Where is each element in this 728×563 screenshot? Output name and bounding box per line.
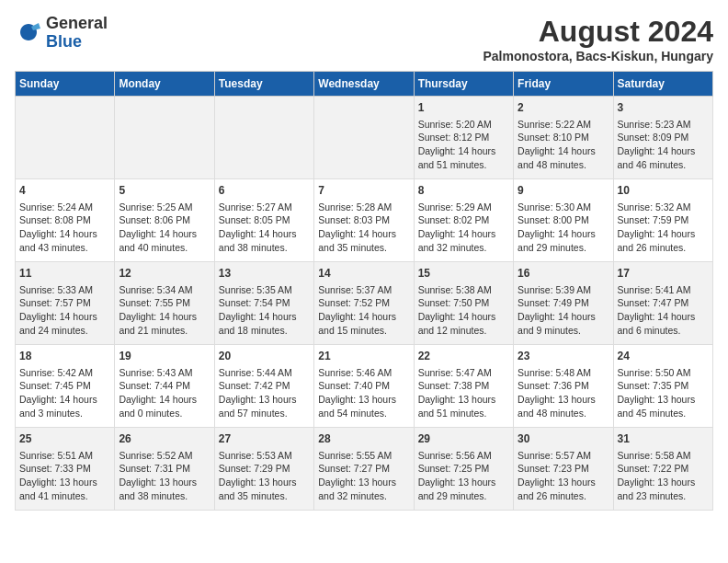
day-info: Sunrise: 5:30 AM: [518, 201, 609, 214]
day-info: and 24 minutes.: [19, 324, 110, 338]
day-info: Sunrise: 5:35 AM: [219, 283, 310, 297]
day-info: Sunset: 7:27 PM: [318, 462, 409, 476]
cell-content: 6Sunrise: 5:27 AMSunset: 8:05 PMDaylight…: [219, 183, 310, 255]
day-info: Sunset: 7:35 PM: [618, 379, 709, 393]
day-info: Sunrise: 5:28 AM: [318, 201, 409, 214]
day-info: Sunset: 7:54 PM: [219, 296, 310, 310]
cell-content: 3Sunrise: 5:23 AMSunset: 8:09 PMDaylight…: [618, 100, 709, 172]
day-info: Daylight: 14 hours: [219, 227, 310, 241]
logo: General Blue: [15, 15, 108, 52]
day-info: Sunrise: 5:56 AM: [418, 449, 509, 463]
calendar-cell: 14Sunrise: 5:37 AMSunset: 7:52 PMDayligh…: [314, 262, 414, 345]
day-info: Sunset: 8:03 PM: [318, 213, 409, 227]
day-info: and 48 minutes.: [518, 158, 609, 172]
header-day: Thursday: [414, 72, 513, 97]
day-info: Sunrise: 5:43 AM: [119, 366, 210, 380]
day-info: and 18 minutes.: [219, 324, 310, 338]
subtitle: Palmonostora, Bacs-Kiskun, Hungary: [483, 49, 713, 63]
day-info: and 32 minutes.: [418, 241, 509, 255]
calendar-cell: 13Sunrise: 5:35 AMSunset: 7:54 PMDayligh…: [214, 262, 313, 345]
cell-content: 31Sunrise: 5:58 AMSunset: 7:22 PMDayligh…: [618, 431, 709, 503]
day-info: Sunset: 7:23 PM: [518, 462, 609, 476]
day-info: Sunrise: 5:24 AM: [19, 201, 110, 214]
cell-content: 2Sunrise: 5:22 AMSunset: 8:10 PMDaylight…: [518, 100, 609, 172]
day-info: Sunset: 7:52 PM: [318, 296, 409, 310]
calendar-week-row: 1Sunrise: 5:20 AMSunset: 8:12 PMDaylight…: [16, 97, 713, 179]
day-number: 24: [618, 349, 709, 364]
cell-content: 22Sunrise: 5:47 AMSunset: 7:38 PMDayligh…: [418, 349, 509, 420]
day-info: Daylight: 14 hours: [119, 227, 210, 241]
day-info: Sunrise: 5:38 AM: [418, 283, 509, 297]
cell-content: 29Sunrise: 5:56 AMSunset: 7:25 PMDayligh…: [418, 431, 509, 503]
day-info: and 43 minutes.: [19, 241, 110, 255]
logo-icon: [15, 19, 42, 47]
day-info: Sunrise: 5:22 AM: [518, 118, 609, 132]
day-info: Sunset: 8:10 PM: [518, 131, 609, 144]
day-info: Daylight: 14 hours: [418, 227, 509, 241]
calendar-cell: 29Sunrise: 5:56 AMSunset: 7:25 PMDayligh…: [414, 428, 513, 511]
day-info: and 40 minutes.: [119, 241, 210, 255]
day-info: Daylight: 14 hours: [318, 310, 409, 324]
calendar-cell: 26Sunrise: 5:52 AMSunset: 7:31 PMDayligh…: [115, 428, 214, 511]
calendar-week-row: 11Sunrise: 5:33 AMSunset: 7:57 PMDayligh…: [16, 262, 713, 345]
calendar-cell: 24Sunrise: 5:50 AMSunset: 7:35 PMDayligh…: [613, 345, 712, 428]
day-info: and 21 minutes.: [119, 324, 210, 338]
header-day: Friday: [514, 72, 613, 97]
day-info: Daylight: 13 hours: [219, 393, 310, 407]
calendar-week-row: 25Sunrise: 5:51 AMSunset: 7:33 PMDayligh…: [16, 428, 713, 511]
day-info: Sunset: 7:29 PM: [219, 462, 310, 476]
header-day: Monday: [115, 72, 214, 97]
day-info: Sunrise: 5:46 AM: [318, 366, 409, 380]
main-title: August 2024: [483, 15, 713, 49]
day-info: Sunrise: 5:58 AM: [618, 449, 709, 463]
day-info: Sunrise: 5:25 AM: [119, 201, 210, 214]
cell-content: 9Sunrise: 5:30 AMSunset: 8:00 PMDaylight…: [518, 183, 609, 255]
cell-content: 13Sunrise: 5:35 AMSunset: 7:54 PMDayligh…: [219, 266, 310, 338]
cell-content: 26Sunrise: 5:52 AMSunset: 7:31 PMDayligh…: [119, 431, 210, 503]
calendar-cell: 20Sunrise: 5:44 AMSunset: 7:42 PMDayligh…: [214, 345, 313, 428]
day-number: 14: [318, 266, 409, 282]
day-info: Sunset: 7:22 PM: [618, 462, 709, 476]
day-info: Sunset: 7:59 PM: [618, 213, 709, 227]
day-info: Sunset: 7:49 PM: [518, 296, 609, 310]
page-header: General Blue August 2024 Palmonostora, B…: [15, 15, 713, 63]
day-number: 18: [19, 349, 110, 364]
day-info: and 38 minutes.: [119, 489, 210, 503]
day-info: Daylight: 13 hours: [19, 476, 110, 489]
day-info: Daylight: 14 hours: [19, 310, 110, 324]
day-number: 6: [219, 183, 310, 199]
calendar-cell: 28Sunrise: 5:55 AMSunset: 7:27 PMDayligh…: [314, 428, 414, 511]
calendar-cell: 2Sunrise: 5:22 AMSunset: 8:10 PMDaylight…: [514, 97, 613, 179]
day-number: 25: [19, 431, 110, 447]
day-info: Sunset: 7:57 PM: [19, 296, 110, 310]
cell-content: 15Sunrise: 5:38 AMSunset: 7:50 PMDayligh…: [418, 266, 509, 338]
day-info: Sunrise: 5:53 AM: [219, 449, 310, 463]
calendar-cell: [314, 97, 414, 179]
day-number: 4: [19, 183, 110, 199]
day-info: Sunrise: 5:29 AM: [418, 201, 509, 214]
day-info: Daylight: 13 hours: [518, 393, 609, 407]
cell-content: 14Sunrise: 5:37 AMSunset: 7:52 PMDayligh…: [318, 266, 409, 338]
day-info: Sunset: 8:05 PM: [219, 213, 310, 227]
day-info: Daylight: 13 hours: [219, 476, 310, 489]
calendar-cell: 15Sunrise: 5:38 AMSunset: 7:50 PMDayligh…: [414, 262, 513, 345]
calendar-cell: 16Sunrise: 5:39 AMSunset: 7:49 PMDayligh…: [514, 262, 613, 345]
day-info: Daylight: 14 hours: [618, 144, 709, 158]
cell-content: 30Sunrise: 5:57 AMSunset: 7:23 PMDayligh…: [518, 431, 609, 503]
day-number: 13: [219, 266, 310, 282]
day-number: 1: [418, 100, 509, 116]
day-info: Sunrise: 5:34 AM: [119, 283, 210, 297]
calendar-cell: 27Sunrise: 5:53 AMSunset: 7:29 PMDayligh…: [214, 428, 313, 511]
day-info: Sunrise: 5:23 AM: [618, 118, 709, 132]
cell-content: 1Sunrise: 5:20 AMSunset: 8:12 PMDaylight…: [418, 100, 509, 172]
day-info: Sunset: 7:42 PM: [219, 379, 310, 393]
day-info: Daylight: 14 hours: [19, 393, 110, 407]
calendar-week-row: 18Sunrise: 5:42 AMSunset: 7:45 PMDayligh…: [16, 345, 713, 428]
day-info: and 54 minutes.: [318, 407, 409, 420]
title-block: August 2024 Palmonostora, Bacs-Kiskun, H…: [483, 15, 713, 63]
day-number: 8: [418, 183, 509, 199]
day-number: 31: [618, 431, 709, 447]
day-number: 3: [618, 100, 709, 116]
day-info: Daylight: 13 hours: [618, 393, 709, 407]
day-info: and 51 minutes.: [418, 407, 509, 420]
